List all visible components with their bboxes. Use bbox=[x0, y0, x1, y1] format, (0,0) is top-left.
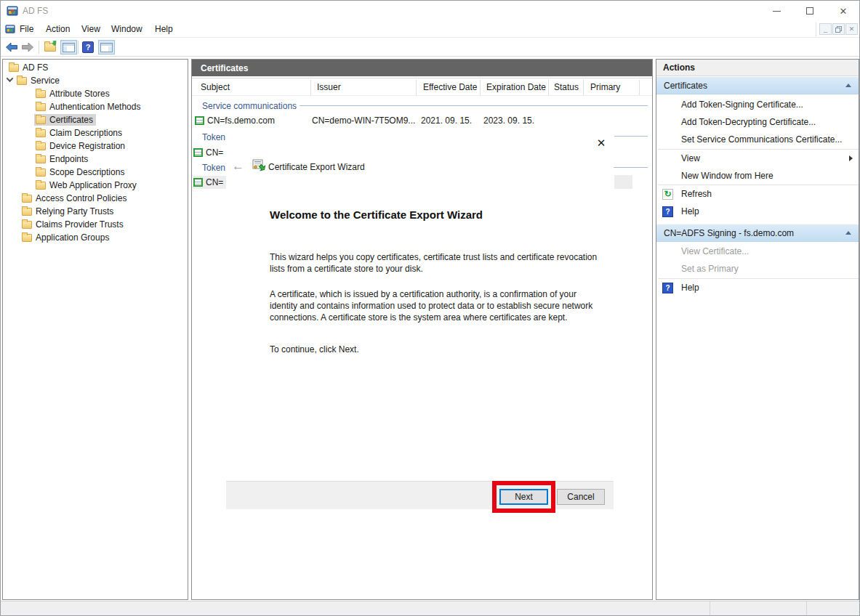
child-close-icon: ✕ bbox=[849, 25, 855, 33]
child-minimize-button[interactable]: _ bbox=[819, 23, 832, 35]
toolbar: ? bbox=[1, 38, 859, 57]
column-divider[interactable] bbox=[639, 80, 640, 95]
action-view-certificate-disabled[interactable]: View Certificate... bbox=[656, 243, 859, 260]
certificate-icon bbox=[193, 178, 203, 187]
wizard-button-bar: Next Cancel bbox=[226, 481, 614, 509]
status-bar-divider bbox=[806, 601, 807, 616]
cell-effective-date: 2021. 09. 15. bbox=[421, 115, 481, 126]
tree-item-claims-provider-trusts[interactable]: Claims Provider Trusts bbox=[3, 218, 188, 231]
action-pane-icon bbox=[100, 43, 113, 52]
column-divider[interactable] bbox=[583, 80, 584, 95]
menu-help[interactable]: Help bbox=[155, 24, 173, 34]
export-list-button[interactable] bbox=[44, 40, 56, 54]
actions-section-certificates[interactable]: Certificates bbox=[656, 77, 859, 94]
column-divider[interactable] bbox=[310, 80, 311, 95]
close-button[interactable]: ✕ bbox=[837, 4, 850, 17]
maximize-button[interactable] bbox=[803, 4, 816, 17]
column-header-primary[interactable]: Primary bbox=[590, 78, 620, 96]
tree-item-certificates[interactable]: Certificates bbox=[3, 113, 188, 126]
action-view[interactable]: View bbox=[656, 150, 859, 167]
folder-icon bbox=[36, 169, 46, 177]
action-add-token-signing-certificate[interactable]: Add Token-Signing Certificate... bbox=[656, 96, 859, 113]
tree-item-device-registration[interactable]: Device Registration bbox=[3, 139, 188, 153]
show-action-pane-toggle[interactable] bbox=[98, 40, 115, 54]
action-label: Help bbox=[681, 283, 699, 293]
help-toolbar-button[interactable]: ? bbox=[82, 40, 94, 54]
column-divider[interactable] bbox=[480, 80, 481, 95]
action-help[interactable]: ? Help bbox=[656, 203, 859, 220]
tree-item-attribute-stores[interactable]: Attribute Stores bbox=[3, 87, 188, 100]
show-console-tree-toggle[interactable] bbox=[60, 40, 77, 54]
tree-item-endpoints[interactable]: Endpoints bbox=[3, 153, 188, 166]
certificate-row-token-decrypting[interactable]: CN= bbox=[193, 146, 227, 159]
certificate-icon bbox=[193, 148, 203, 157]
wizard-back-button[interactable]: ← bbox=[232, 159, 244, 174]
tree-item-access-control-policies[interactable]: Access Control Policies bbox=[3, 192, 188, 205]
actions-section-header-label: Certificates bbox=[664, 81, 845, 91]
tree-item-application-groups[interactable]: Application Groups bbox=[3, 231, 188, 244]
tree-item-authentication-methods[interactable]: Authentication Methods bbox=[3, 100, 188, 113]
folder-icon bbox=[36, 129, 46, 137]
action-label: View Certificate... bbox=[681, 246, 749, 256]
tree-item-claim-descriptions[interactable]: Claim Descriptions bbox=[3, 126, 188, 139]
child-restore-button[interactable] bbox=[832, 23, 845, 35]
submenu-arrow-icon bbox=[849, 155, 853, 161]
column-header-status[interactable]: Status bbox=[554, 78, 579, 96]
action-add-token-decrypting-certificate[interactable]: Add Token-Decrypting Certificate... bbox=[656, 113, 859, 131]
column-divider[interactable] bbox=[416, 80, 417, 95]
next-button[interactable]: Next bbox=[499, 489, 548, 505]
forward-button[interactable] bbox=[21, 40, 34, 54]
folder-icon bbox=[17, 77, 27, 85]
action-help-2[interactable]: ? Help bbox=[656, 279, 859, 296]
column-header-expiration[interactable]: Expiration Date bbox=[486, 78, 546, 96]
chevron-expanded-icon[interactable] bbox=[7, 75, 14, 82]
close-icon: ✕ bbox=[840, 7, 848, 16]
wizard-close-button[interactable]: ✕ bbox=[593, 136, 609, 150]
column-divider[interactable] bbox=[548, 80, 549, 95]
menu-window[interactable]: Window bbox=[111, 24, 142, 34]
help-icon: ? bbox=[662, 206, 673, 217]
certificate-row-service-communications[interactable]: CN=fs.demo.com CN=demo-WIN-7T5OM9... 202… bbox=[195, 114, 534, 127]
tree-item-scope-descriptions[interactable]: Scope Descriptions bbox=[3, 166, 188, 179]
menu-action[interactable]: Action bbox=[46, 24, 70, 34]
group-label-token-decrypting: Token bbox=[202, 132, 225, 142]
menu-view[interactable]: View bbox=[81, 24, 100, 34]
column-header-subject[interactable]: Subject bbox=[201, 78, 230, 96]
menu-bar: File Action View Window Help _ ✕ bbox=[1, 21, 859, 38]
action-refresh[interactable]: ↻ Refresh bbox=[656, 185, 859, 203]
action-label: Help bbox=[681, 206, 699, 216]
tree-item-web-application-proxy[interactable]: Web Application Proxy bbox=[3, 179, 188, 192]
child-minimize-icon: _ bbox=[824, 25, 827, 33]
back-button[interactable] bbox=[5, 40, 18, 54]
folder-icon bbox=[36, 155, 46, 163]
column-header-effective[interactable]: Effective Date bbox=[423, 78, 477, 96]
group-label-token-signing: Token bbox=[202, 163, 225, 173]
action-new-window-from-here[interactable]: New Window from Here bbox=[656, 167, 859, 185]
toolbar-separator bbox=[39, 41, 39, 54]
cancel-button[interactable]: Cancel bbox=[557, 489, 605, 505]
close-icon: ✕ bbox=[597, 137, 606, 150]
cell-subject: CN= bbox=[206, 177, 223, 187]
collapse-arrow-icon[interactable] bbox=[845, 84, 851, 87]
tree-item-relying-party-trusts[interactable]: Relying Party Trusts bbox=[3, 205, 188, 218]
collapse-arrow-icon[interactable] bbox=[845, 231, 851, 235]
action-set-as-primary-disabled[interactable]: Set as Primary bbox=[656, 260, 859, 277]
menu-file[interactable]: File bbox=[20, 24, 33, 34]
wizard-paragraph-2: A certificate, which is issued by a cert… bbox=[270, 288, 598, 323]
tree-item-label: Endpoints bbox=[49, 154, 88, 164]
action-label: New Window from Here bbox=[681, 171, 773, 181]
tree-item-service[interactable]: Service bbox=[3, 74, 188, 87]
certificate-row-token-signing-selected[interactable]: CN= bbox=[193, 176, 227, 189]
minimize-button[interactable] bbox=[770, 4, 783, 17]
actions-section-cn-adfs-signing[interactable]: CN=ADFS Signing - fs.demo.com bbox=[656, 224, 859, 242]
tree-item-ad-fs[interactable]: AD FS bbox=[3, 61, 188, 74]
action-label: Refresh bbox=[681, 189, 712, 199]
tree-item-label: Claims Provider Trusts bbox=[36, 219, 124, 230]
certificate-export-icon bbox=[252, 159, 265, 171]
action-set-service-communications-certificate[interactable]: Set Service Communications Certificate..… bbox=[656, 131, 859, 148]
folder-icon bbox=[22, 221, 32, 229]
column-header-issuer[interactable]: Issuer bbox=[317, 78, 341, 96]
status-bar-divider bbox=[710, 601, 710, 616]
app-icon bbox=[7, 5, 18, 17]
child-close-button[interactable]: ✕ bbox=[845, 23, 858, 35]
